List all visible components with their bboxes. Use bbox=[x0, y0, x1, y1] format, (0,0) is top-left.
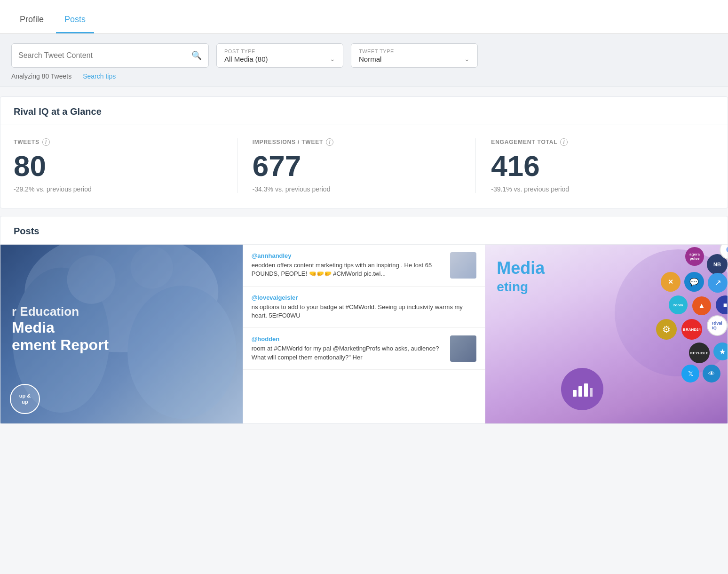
tweets-info-icon[interactable]: i bbox=[42, 138, 50, 146]
tab-posts[interactable]: Posts bbox=[56, 5, 94, 33]
card1-text-overlay: r Education Media ement Report bbox=[12, 304, 109, 354]
tweet-author-1: @annhandley bbox=[252, 252, 445, 259]
tweet-text-3: room at #CMWorld for my pal @MarketingPr… bbox=[252, 344, 445, 361]
stat-impressions: IMPRESSIONS / TWEET i 677 -34.3% vs. pre… bbox=[253, 138, 476, 193]
search-input[interactable] bbox=[18, 51, 191, 60]
tweets-change: -29.2% vs. previous period bbox=[14, 185, 222, 193]
tab-profile[interactable]: Profile bbox=[11, 5, 52, 33]
post-type-dropdown[interactable]: Post Type All Media (80) ⌄ bbox=[216, 43, 343, 68]
tweet-type-dropdown[interactable]: Tweet Type Normal ⌄ bbox=[351, 43, 478, 68]
impressions-info-icon[interactable]: i bbox=[326, 138, 333, 146]
tweet-item-3[interactable]: @hodden room at #CMWorld for my pal @Mar… bbox=[243, 328, 485, 370]
post-card-2[interactable]: @annhandley eeodden offers content marke… bbox=[243, 245, 486, 423]
post-type-value-row: All Media (80) ⌄ bbox=[224, 55, 335, 63]
stat-engagement: ENGAGEMENT TOTAL i 416 -39.1% vs. previo… bbox=[491, 138, 714, 193]
tweet-author-2: @lovevalgeisler bbox=[252, 294, 477, 301]
tweets-value: 80 bbox=[14, 151, 222, 181]
analyzing-text: Analyzing 80 Tweets bbox=[11, 72, 71, 80]
tweet-type-value: Normal bbox=[359, 55, 381, 63]
svg-point-2 bbox=[127, 286, 237, 419]
nav-bar: Profile Posts bbox=[0, 0, 728, 34]
tweets-label: TWEETS i bbox=[14, 138, 222, 146]
tweet-type-value-row: Normal ⌄ bbox=[359, 55, 470, 63]
brand-dot-brand24: BRAND24 bbox=[681, 319, 702, 340]
post-card-1[interactable]: r Education Media ement Report up &up bbox=[0, 245, 243, 423]
glance-header: Rival IQ at a Glance bbox=[0, 97, 728, 125]
engagement-info-icon[interactable]: i bbox=[560, 138, 568, 146]
brand-dot-gear: ⚙ bbox=[656, 319, 677, 340]
svg-rect-5 bbox=[573, 390, 577, 397]
posts-section: Posts r Education Media bbox=[0, 216, 728, 424]
stat-tweets: TWEETS i 80 -29.2% vs. previous period bbox=[14, 138, 237, 193]
tweet-item-2[interactable]: @lovevalgeisler ns options to add to you… bbox=[243, 287, 485, 328]
brand-dot-keyhole: KEYHOLE bbox=[689, 343, 710, 363]
tweet-content-3: @hodden room at #CMWorld for my pal @Mar… bbox=[252, 335, 445, 362]
search-tips-link[interactable]: Search tips bbox=[83, 72, 116, 80]
filter-meta: Analyzing 80 Tweets Search tips bbox=[11, 68, 717, 87]
tweet-content-1: @annhandley eeodden offers content marke… bbox=[252, 252, 445, 279]
tweet-item-1[interactable]: @annhandley eeodden offers content marke… bbox=[243, 245, 485, 287]
posts-grid: r Education Media ement Report up &up @a… bbox=[0, 245, 728, 423]
glance-title: Rival IQ at a Glance bbox=[14, 106, 102, 117]
card1-line2: Media bbox=[12, 319, 109, 336]
svg-rect-6 bbox=[578, 386, 582, 397]
impressions-value: 677 bbox=[253, 151, 461, 181]
tweet-type-label: Tweet Type bbox=[359, 48, 470, 54]
filter-row: 🔍 Post Type All Media (80) ⌄ Tweet Type … bbox=[11, 43, 717, 68]
chevron-down-icon: ⌄ bbox=[330, 55, 335, 63]
card1-line3: ement Report bbox=[12, 336, 109, 354]
impressions-change: -34.3% vs. previous period bbox=[253, 185, 461, 193]
tweet-thumb-3 bbox=[450, 335, 476, 362]
post-type-value: All Media (80) bbox=[224, 55, 268, 63]
card3-title-line2: eting bbox=[497, 279, 716, 295]
chart-bars-icon bbox=[572, 381, 593, 398]
chevron-down-icon-2: ⌄ bbox=[464, 55, 470, 63]
engagement-change: -39.1% vs. previous period bbox=[491, 185, 699, 193]
tweet-text-1: eeodden offers content marketing tips wi… bbox=[252, 261, 445, 278]
svg-rect-7 bbox=[584, 383, 588, 397]
tweet-thumb-1 bbox=[450, 252, 476, 279]
card1-line1: r Education bbox=[12, 304, 109, 319]
brand-dot-star: ★ bbox=[713, 343, 728, 360]
posts-header: Posts bbox=[0, 216, 728, 245]
brand-dot-eye: 👁 bbox=[703, 365, 720, 383]
svg-point-4 bbox=[131, 246, 173, 288]
svg-rect-8 bbox=[590, 388, 593, 397]
post-type-label: Post Type bbox=[224, 48, 335, 54]
tweet-text-2: ns options to add to your badge at #CMWo… bbox=[252, 303, 477, 320]
card3-title-line1: Media bbox=[497, 259, 716, 278]
stats-row: TWEETS i 80 -29.2% vs. previous period I… bbox=[0, 125, 728, 208]
card1-background: r Education Media ement Report up &up bbox=[0, 245, 243, 423]
tweet-content-2: @lovevalgeisler ns options to add to you… bbox=[252, 294, 477, 320]
brand-dot-twitter: 𝕏 bbox=[681, 365, 699, 383]
glance-section: Rival IQ at a Glance TWEETS i 80 -29.2% … bbox=[0, 96, 728, 208]
posts-title: Posts bbox=[14, 226, 39, 236]
filter-bar: 🔍 Post Type All Media (80) ⌄ Tweet Type … bbox=[0, 34, 728, 87]
tweet-author-3: @hodden bbox=[252, 335, 445, 343]
impressions-label: IMPRESSIONS / TWEET i bbox=[253, 138, 461, 146]
card3-text: Media eting bbox=[485, 245, 728, 309]
svg-point-3 bbox=[67, 255, 116, 304]
post-card-3[interactable]: Media eting bbox=[485, 245, 728, 423]
chart-circle bbox=[561, 368, 603, 410]
engagement-value: 416 bbox=[491, 151, 699, 181]
brand-dot-iq: RivalIQ bbox=[707, 315, 728, 336]
search-icon: 🔍 bbox=[191, 50, 202, 61]
engagement-label: ENGAGEMENT TOTAL i bbox=[491, 138, 699, 146]
card1-logo: up &up bbox=[10, 384, 40, 414]
search-input-wrap[interactable]: 🔍 bbox=[11, 43, 209, 68]
